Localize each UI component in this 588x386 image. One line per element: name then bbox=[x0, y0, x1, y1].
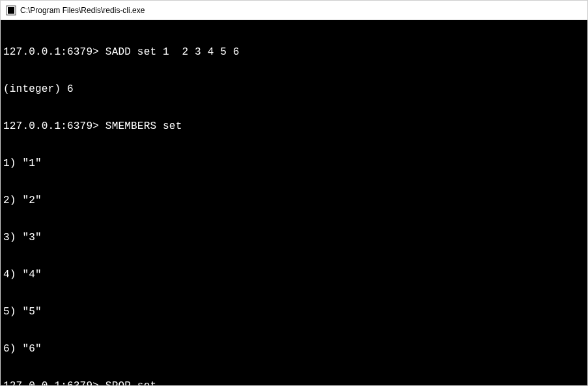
window-title: C:\Program Files\Redis\redis-cli.exe bbox=[20, 6, 145, 15]
terminal-line: (integer) 6 bbox=[3, 83, 585, 96]
svg-rect-1 bbox=[8, 7, 14, 14]
terminal-line: 5) "5" bbox=[3, 306, 585, 318]
app-icon bbox=[6, 5, 16, 16]
terminal-line: 3) "3" bbox=[3, 232, 585, 244]
terminal-output[interactable]: 127.0.0.1:6379> SADD set 1 2 3 4 5 6 (in… bbox=[1, 20, 587, 385]
terminal-line: 6) "6" bbox=[3, 343, 585, 355]
terminal-line: 1) "1" bbox=[3, 158, 585, 170]
terminal-line: 127.0.0.1:6379> SPOP set bbox=[3, 380, 585, 385]
terminal-line: 2) "2" bbox=[3, 195, 585, 207]
titlebar[interactable]: C:\Program Files\Redis\redis-cli.exe bbox=[1, 1, 587, 20]
terminal-line: 127.0.0.1:6379> SMEMBERS set bbox=[3, 120, 585, 133]
terminal-line: 127.0.0.1:6379> SADD set 1 2 3 4 5 6 bbox=[3, 46, 585, 59]
terminal-line: 4) "4" bbox=[3, 269, 585, 281]
terminal-window: C:\Program Files\Redis\redis-cli.exe 127… bbox=[0, 0, 588, 386]
